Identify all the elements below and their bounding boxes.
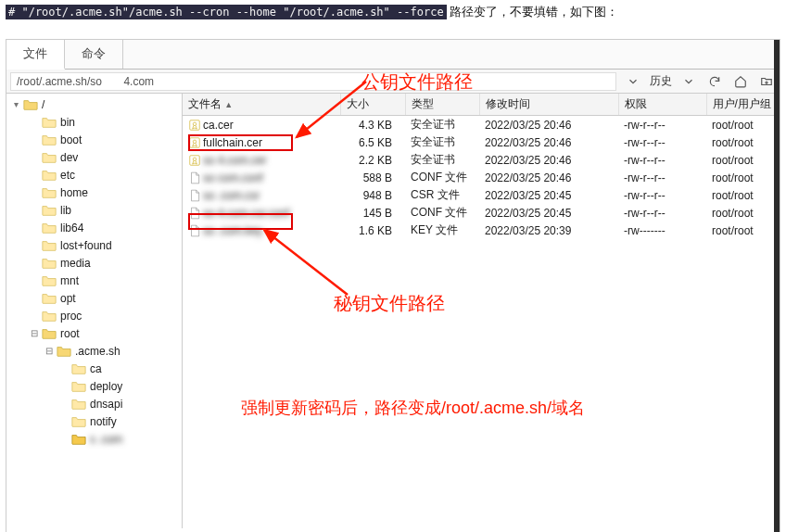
cell-size: 4.3 KB (340, 116, 405, 134)
svg-rect-4 (190, 137, 200, 147)
tree-item[interactable]: lib (10, 201, 182, 219)
tree-expander-icon[interactable]: ⊟ (29, 328, 40, 339)
tree-item[interactable]: mnt (10, 272, 182, 289)
dropdown-button[interactable] (622, 71, 644, 92)
cell-size: 948 B (340, 186, 405, 204)
cell-size: 588 B (340, 169, 405, 186)
cell-owner: root/root (706, 222, 780, 239)
cell-perm: -rw------- (618, 222, 706, 239)
tree-item[interactable]: notify (10, 412, 182, 430)
tab-command[interactable]: 命令 (65, 40, 123, 69)
col-header-owner[interactable]: 用户/用户组 (706, 94, 780, 116)
svg-rect-2 (190, 120, 200, 130)
tree-item[interactable]: ca (10, 360, 182, 377)
cell-owner: root/root (706, 186, 780, 204)
command-caption: # "/root/.acme.sh"/acme.sh --cron --home… (0, 0, 786, 24)
table-row[interactable]: so com.conf 588 B CONF 文件 2022/03/25 20:… (183, 169, 780, 186)
tree-item[interactable]: media (10, 254, 182, 272)
tree-item[interactable]: s .com (10, 430, 182, 448)
window-right-edge (774, 40, 780, 532)
tree-item[interactable]: ⊟.acme.sh (10, 342, 182, 360)
cell-name: so com.conf (183, 169, 340, 186)
command-text: # "/root/.acme.sh"/acme.sh --cron --home… (6, 5, 447, 19)
refresh-button[interactable] (704, 71, 726, 92)
col-header-type[interactable]: 类型 (405, 94, 479, 116)
col-header-name[interactable]: 文件名 ▲ (183, 94, 340, 116)
cell-size: 2.2 KB (340, 151, 405, 169)
cell-name: so 4.com.cer (183, 151, 340, 169)
cell-size: 6.5 KB (340, 133, 405, 151)
cell-name: fullchain.cer (183, 133, 340, 151)
cell-perm: -rw-r--r-- (618, 133, 706, 151)
tree-item[interactable]: opt (10, 289, 182, 307)
table-row[interactable]: so .com.key 1.6 KB KEY 文件 2022/03/25 20:… (183, 222, 780, 239)
tree-item[interactable]: lib64 (10, 219, 182, 236)
cell-mod: 2022/03/25 20:46 (479, 169, 618, 186)
table-row[interactable]: so 4.com.cer 2.2 KB 安全证书 2022/03/25 20:4… (183, 151, 780, 169)
table-row[interactable]: fullchain.cer 6.5 KB 安全证书 2022/03/25 20:… (183, 133, 780, 151)
tree-expander-icon[interactable]: ⊟ (44, 346, 55, 357)
tree-item[interactable]: dev (10, 148, 182, 166)
cell-perm: -rw-r--r-- (618, 169, 706, 186)
file-table: 文件名 ▲ 大小 类型 修改时间 权限 用户/用户组 ca.cer 4.3 KB… (183, 94, 780, 239)
history-dropdown-button[interactable] (678, 71, 700, 92)
col-header-perm[interactable]: 权限 (618, 94, 706, 116)
tree-item[interactable]: home (10, 184, 182, 201)
tree-item[interactable]: dnsapi (10, 395, 182, 412)
cell-size: 1.6 KB (340, 222, 405, 239)
cell-name: so .com.key (183, 222, 340, 239)
home-button[interactable] (729, 71, 752, 92)
command-note: 路径变了，不要填错，如下图： (450, 5, 618, 19)
cell-name: ca.cer (183, 116, 340, 134)
cell-mod: 2022/03/25 20:45 (479, 204, 618, 222)
cell-mod: 2022/03/25 20:46 (479, 151, 618, 169)
cell-type: 安全证书 (405, 116, 479, 134)
cell-perm: -rw-r--r-- (618, 151, 706, 169)
cell-type: CSR 文件 (405, 186, 479, 204)
cell-name: so 4.com.csr.conf (183, 204, 340, 222)
history-label[interactable]: 历史 (646, 73, 676, 89)
cell-owner: root/root (706, 151, 780, 169)
tree-item[interactable]: ⊟root (10, 324, 182, 342)
tab-bar: 文件 命令 (6, 40, 780, 70)
path-input[interactable] (10, 72, 616, 91)
cell-type: 安全证书 (405, 133, 479, 151)
tree-item[interactable]: bin (10, 113, 182, 131)
svg-rect-6 (190, 155, 200, 165)
table-row[interactable]: ca.cer 4.3 KB 安全证书 2022/03/25 20:46 -rw-… (183, 116, 780, 134)
cell-owner: root/root (706, 116, 780, 134)
tree-item[interactable]: boot (10, 131, 182, 148)
cell-type: 安全证书 (405, 151, 479, 169)
tree-item[interactable]: lost+found (10, 236, 182, 254)
cell-size: 145 B (340, 204, 405, 222)
cell-owner: root/root (706, 204, 780, 222)
cell-mod: 2022/03/25 20:45 (479, 186, 618, 204)
cell-owner: root/root (706, 169, 780, 186)
tree-item[interactable]: deploy (10, 377, 182, 395)
cell-mod: 2022/03/25 20:39 (479, 222, 618, 239)
folder-tree[interactable]: ▾/binbootdevetchomeliblib64lost+foundmed… (6, 94, 183, 528)
col-header-size[interactable]: 大小 (340, 94, 405, 116)
cell-perm: -rw-r--r-- (618, 204, 706, 222)
cell-type: CONF 文件 (405, 169, 479, 186)
cell-owner: root/root (706, 133, 780, 151)
cell-name: so .com.csr (183, 186, 340, 204)
table-row[interactable]: so 4.com.csr.conf 145 B CONF 文件 2022/03/… (183, 204, 780, 222)
tab-file[interactable]: 文件 (6, 40, 65, 70)
tree-root[interactable]: ▾/ (10, 95, 182, 113)
tree-item[interactable]: proc (10, 307, 182, 324)
file-manager-window: 文件 命令 历史 ▾/binbootdevetchomeliblib64lost… (6, 39, 780, 532)
table-row[interactable]: so .com.csr 948 B CSR 文件 2022/03/25 20:4… (183, 186, 780, 204)
cell-perm: -rw-r--r-- (618, 116, 706, 134)
path-toolbar: 历史 (6, 70, 780, 94)
col-header-mod[interactable]: 修改时间 (479, 94, 618, 116)
sort-asc-icon: ▲ (224, 100, 233, 109)
cell-perm: -rw-r--r-- (618, 186, 706, 204)
cell-mod: 2022/03/25 20:46 (479, 133, 618, 151)
cell-type: CONF 文件 (405, 204, 479, 222)
cell-type: KEY 文件 (405, 222, 479, 239)
file-list-pane: 文件名 ▲ 大小 类型 修改时间 权限 用户/用户组 ca.cer 4.3 KB… (183, 94, 780, 528)
tree-item[interactable]: etc (10, 166, 182, 184)
cell-mod: 2022/03/25 20:46 (479, 116, 618, 134)
